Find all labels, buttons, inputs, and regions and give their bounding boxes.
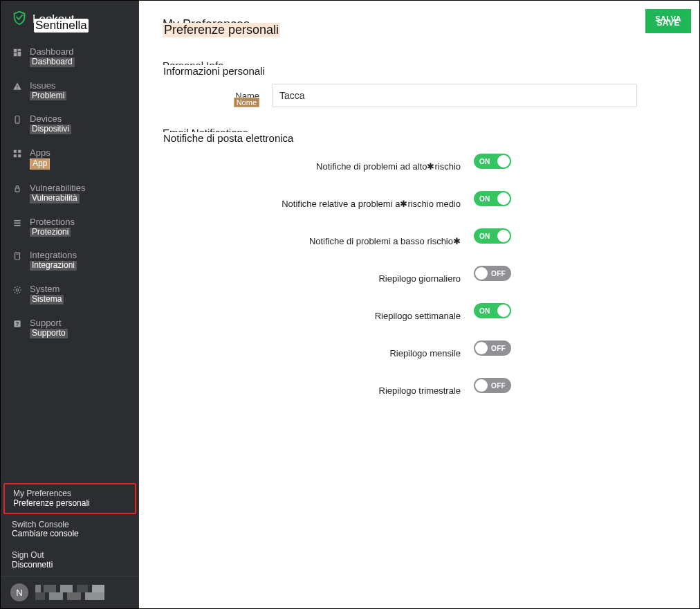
name-label-it: Nome	[234, 98, 259, 107]
toggle-row-high: Notifiche di problemi ad alto✱rischio ON	[163, 154, 677, 169]
shield-icon	[12, 10, 27, 28]
dashboard-icon	[12, 47, 23, 57]
toggle-row-low: Notifiche di problemi a basso rischio✱ O…	[163, 228, 677, 244]
sidebar-item-label-it: App	[30, 158, 50, 170]
sidebar: Lookout Sentinella Dashboard Dashboard I…	[1, 1, 139, 608]
toggle-low[interactable]: ON	[474, 228, 511, 244]
svg-rect-6	[14, 154, 17, 157]
bottom-label-en: Sign Out	[12, 550, 44, 560]
section-email-notifications: Email Notifications Notifiche di posta e…	[163, 127, 677, 138]
bottom-label-it: Disconnetti	[12, 561, 131, 570]
system-icon	[12, 284, 23, 295]
sidebar-item-protections[interactable]: Protections Protezioni	[1, 210, 139, 244]
svg-rect-3	[17, 122, 17, 122]
toggle-weekly[interactable]: ON	[474, 303, 511, 318]
svg-text:?: ?	[16, 321, 19, 327]
page-title: My Preferences Preferenze personali	[163, 17, 677, 32]
svg-rect-0	[17, 85, 17, 87]
svg-rect-13	[16, 254, 19, 255]
sidebar-item-apps[interactable]: Apps App	[1, 141, 139, 176]
sidebar-item-label-en: Apps	[30, 148, 50, 158]
nav: Dashboard Dashboard Issues Problemi Devi…	[1, 40, 139, 345]
sidebar-item-label-it: Dashboard	[30, 57, 75, 67]
toggle-quarterly[interactable]: OFF	[474, 378, 511, 393]
sidebar-item-label-en: Dashboard	[30, 47, 75, 57]
sidebar-bottom-my-preferences[interactable]: My Preferences Preferenze personali	[3, 483, 136, 514]
name-input[interactable]	[272, 84, 637, 107]
sidebar-item-label-en: System	[30, 284, 64, 295]
sidebar-item-label-en: Devices	[30, 114, 71, 125]
toggle-label: Notifiche relative a problemi a✱rischio …	[281, 199, 461, 209]
sidebar-item-label-it: Protezioni	[30, 228, 71, 237]
sidebar-item-label-it: Problemi	[30, 91, 66, 101]
toggle-label: Riepilogo mensile	[389, 348, 461, 358]
sidebar-item-label-en: Vulnerabilities	[30, 183, 85, 194]
sidebar-item-label-it: Sistema	[30, 295, 64, 304]
toggle-monthly[interactable]: OFF	[474, 340, 511, 356]
sidebar-item-label-en: Support	[30, 318, 68, 329]
sidebar-item-vulnerabilities[interactable]: Vulnerabilities Vulnerabilità	[1, 176, 139, 210]
bottom-label-en: My Preferences	[13, 489, 71, 498]
toggle-label: Notifiche di problemi ad alto✱rischio	[315, 161, 461, 172]
sidebar-item-devices[interactable]: Devices Dispositivi	[1, 107, 139, 141]
toggle-daily[interactable]: OFF	[474, 266, 511, 281]
sidebar-item-system[interactable]: System Sistema	[1, 278, 139, 311]
svg-rect-8	[15, 188, 19, 192]
bottom-label-en: Switch Console	[12, 520, 69, 529]
toggle-label: Riepilogo settimanale	[374, 311, 461, 321]
bottom-label-it: Cambiare console	[12, 529, 131, 539]
sidebar-item-support[interactable]: ? Support Supporto	[1, 311, 139, 345]
user-bar[interactable]: N	[1, 576, 139, 608]
issues-icon	[12, 81, 23, 91]
toggle-label: Notifiche di problemi a basso rischio✱	[308, 236, 461, 246]
sidebar-item-label-en: Integrations	[30, 251, 77, 261]
sidebar-item-label-it: Vulnerabilità	[30, 194, 80, 203]
sidebar-item-label-it: Supporto	[30, 329, 68, 338]
svg-rect-9	[14, 220, 20, 221]
sidebar-item-dashboard[interactable]: Dashboard Dashboard	[1, 40, 139, 74]
toggle-row-weekly: Riepilogo settimanale ON	[163, 303, 677, 318]
protections-icon	[12, 217, 23, 228]
svg-rect-10	[14, 222, 20, 224]
bottom-nav: My Preferences Preferenze personaliSwitc…	[1, 483, 139, 576]
svg-rect-4	[14, 150, 17, 153]
toggle-row-medium: Notifiche relative a problemi a✱rischio …	[163, 191, 677, 206]
sidebar-item-label-en: Issues	[30, 81, 66, 91]
vulnerabilities-icon	[12, 183, 23, 194]
sidebar-item-label-it: Dispositivi	[30, 125, 71, 134]
svg-rect-5	[18, 150, 21, 153]
main: SALVA SAVE My Preferences Preferenze per…	[139, 1, 699, 608]
sidebar-bottom-sign-out[interactable]: Sign Out Disconnetti	[1, 545, 139, 576]
sidebar-bottom-switch-console[interactable]: Switch Console Cambiare console	[1, 514, 139, 545]
toggle-label: Riepilogo trimestrale	[378, 385, 462, 396]
sidebar-item-issues[interactable]: Issues Problemi	[1, 74, 139, 108]
sidebar-item-label-it: Integrazioni	[30, 261, 77, 271]
svg-rect-11	[14, 225, 20, 226]
apps-icon	[12, 148, 23, 158]
brand: Lookout Sentinella	[1, 1, 139, 40]
user-name-obscured	[35, 585, 104, 600]
avatar[interactable]: N	[10, 583, 28, 601]
toggle-row-daily: Riepilogo giornaliero OFF	[163, 266, 677, 281]
toggle-row-quarterly: Riepilogo trimestrale OFF	[163, 378, 677, 393]
sidebar-item-label-en: Protections	[30, 217, 75, 228]
integrations-icon	[12, 251, 23, 261]
support-icon: ?	[12, 318, 23, 329]
brand-name-it: Sentinella	[34, 19, 89, 33]
devices-icon	[12, 114, 23, 125]
bottom-label-it: Preferenze personali	[13, 499, 128, 509]
toggle-list: Notifiche di problemi ad alto✱rischio ON…	[163, 154, 677, 393]
svg-rect-1	[17, 88, 17, 89]
toggle-label: Riepilogo giornaliero	[378, 273, 461, 284]
name-row: Name Nome	[163, 84, 677, 107]
toggle-row-monthly: Riepilogo mensile OFF	[163, 340, 677, 356]
section-personal-info: Personal Info Informazioni personali	[163, 60, 677, 71]
svg-rect-12	[15, 253, 20, 260]
svg-rect-7	[18, 154, 21, 157]
toggle-medium[interactable]: ON	[474, 191, 511, 206]
sidebar-item-integrations[interactable]: Integrations Integrazioni	[1, 244, 139, 278]
toggle-high[interactable]: ON	[474, 154, 511, 169]
svg-point-14	[16, 289, 19, 291]
